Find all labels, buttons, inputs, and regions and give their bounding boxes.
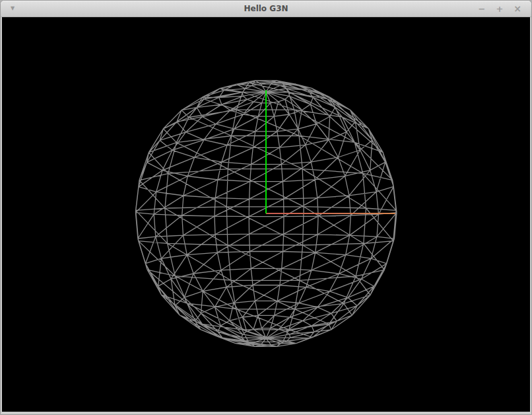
chevron-down-icon: ▼ <box>11 5 15 11</box>
window-controls: − + × <box>470 1 531 17</box>
minimize-button[interactable]: − <box>476 1 488 17</box>
window-menu-button[interactable]: ▼ <box>7 6 18 11</box>
titlebar[interactable]: ▼ Hello G3N − + × <box>1 1 531 17</box>
app-window: ▼ Hello G3N − + × <box>0 0 532 415</box>
maximize-button[interactable]: + <box>494 1 506 17</box>
render-viewport[interactable] <box>2 17 530 412</box>
window-title: Hello G3N <box>1 1 531 17</box>
close-button[interactable]: × <box>512 1 523 17</box>
